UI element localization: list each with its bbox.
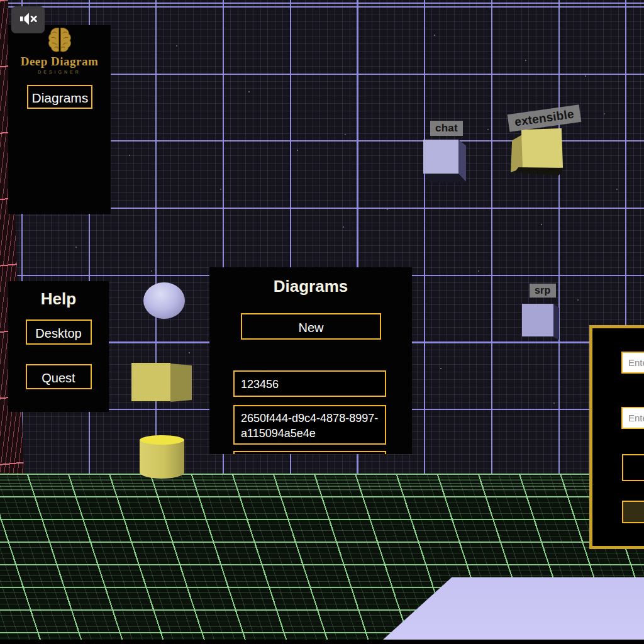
cube-face (170, 364, 192, 402)
right-side-panel (589, 325, 644, 549)
desktop-help-button[interactable]: Desktop (26, 319, 92, 345)
diagram-id-field[interactable]: 123456 (233, 370, 386, 397)
diagrams-menu-button[interactable]: Diagrams (27, 85, 92, 109)
srp-cube-node[interactable] (522, 304, 560, 341)
cube-face (553, 304, 559, 340)
logo-panel: Deep Diagram DESIGNER Diagrams (8, 25, 111, 214)
node-label-chat: chat (430, 121, 463, 136)
cube-face (131, 363, 170, 401)
cube-face (521, 128, 563, 169)
help-panel-title: Help (41, 289, 76, 309)
brain-logo-icon (48, 26, 72, 56)
diagram-field-partial[interactable] (233, 451, 386, 454)
help-panel: Help Desktop Quest (8, 281, 109, 412)
new-diagram-button[interactable]: New (241, 313, 381, 340)
quest-help-button[interactable]: Quest (26, 364, 92, 389)
diagrams-panel: Diagrams New 123456 2650f444-d9c4-4878-8… (209, 267, 412, 454)
cube-face (423, 140, 458, 174)
yellow-cube-node[interactable] (131, 363, 194, 403)
right-panel-button-1[interactable] (622, 454, 644, 481)
scene-bottom-edge (0, 640, 644, 644)
muted-speaker-icon (17, 11, 40, 29)
chat-cube-node[interactable] (423, 140, 467, 184)
diagrams-panel-title: Diagrams (209, 277, 412, 296)
cylinder-top (140, 435, 184, 445)
vr-scene: chat extensible srp (0, 0, 644, 644)
floor-far-lines (0, 474, 644, 490)
logo-title: Deep Diagram (21, 55, 99, 69)
cylinder-body (140, 440, 184, 479)
right-panel-input-1[interactable] (621, 352, 644, 374)
cube-shadow (514, 167, 565, 175)
extensible-cube-node[interactable] (508, 125, 566, 177)
right-panel-input-2[interactable] (621, 407, 644, 429)
cube-face (522, 304, 553, 336)
mute-button[interactable] (11, 6, 45, 33)
logo-subtitle: DESIGNER (38, 70, 81, 74)
diagram-uuid-field[interactable]: 2650f444-d9c4-4878-8997-a115094a5e4e (233, 405, 386, 445)
right-panel-button-2[interactable] (622, 501, 644, 523)
cylinder-node[interactable] (140, 435, 184, 480)
sphere-node[interactable] (143, 282, 185, 319)
node-label-srp: srp (530, 284, 556, 297)
